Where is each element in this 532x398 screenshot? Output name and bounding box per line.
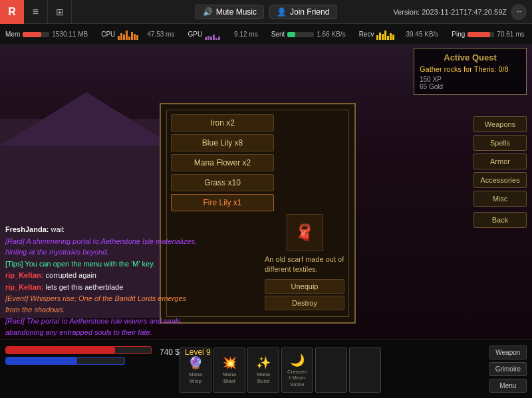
mute-music-button[interactable]: 🔊 Mute Music bbox=[196, 5, 264, 19]
quest-panel: Active Quest Gather rocks for Theris: 0/… bbox=[414, 48, 527, 95]
hotbar-slot-4[interactable]: 🌙 Crescent MoonSickle bbox=[281, 348, 313, 393]
weapon-hud-button[interactable]: Weapon bbox=[489, 346, 527, 359]
stat-recv: Recv 39.45 KB/s bbox=[359, 29, 439, 40]
item-detail: 🧣 An old scarf made out of different tex… bbox=[265, 214, 344, 312]
item-fire-lily[interactable]: Fire Lily x1 bbox=[171, 194, 274, 211]
hud-gold: 740 $ bbox=[160, 348, 180, 357]
weapons-button[interactable]: Weapons bbox=[473, 116, 527, 132]
quest-desc: Gather rocks for Theris: 0/8 bbox=[420, 65, 521, 73]
grid-icon[interactable]: ⊞ bbox=[48, 0, 72, 24]
hotbar-slot-5[interactable] bbox=[315, 348, 347, 393]
right-panel: Weapons Spells Armor Accessories Misc Ba… bbox=[473, 116, 527, 228]
taskbar-center: 🔊 Mute Music 👤 Join Friend bbox=[196, 5, 337, 19]
chat-line-1: FreshJanda: wait bbox=[5, 224, 198, 235]
chat-name-ripkeltan-1: rip_Keltan: bbox=[5, 271, 43, 279]
hud-level: Level 9 bbox=[185, 348, 211, 357]
more-button[interactable]: ··· bbox=[511, 4, 527, 20]
item-list: Iron x2 Blue Lily x8 Mana Flower x2 Gras… bbox=[171, 114, 274, 214]
hotbar-icon-3: ✨ bbox=[256, 355, 271, 370]
hud-bottom: 740 $ Level 9 🔮 ManaWisp 💥 ManaBlast ✨ M… bbox=[0, 340, 532, 398]
menu-hud-button[interactable]: Menu bbox=[489, 379, 527, 393]
grimoire-hud-button[interactable]: Grimoire bbox=[489, 362, 527, 376]
chat-line-tips: [Tips] You can open the menu with the 'M… bbox=[5, 258, 198, 270]
hotbar-slot-3[interactable]: ✨ ManaBurst bbox=[247, 348, 279, 393]
stat-mem: Mem 1530.11 MB bbox=[5, 31, 88, 38]
stat-ping: Ping 70.61 ms bbox=[452, 31, 524, 38]
accessories-button[interactable]: Accessories bbox=[473, 172, 527, 188]
item-iron[interactable]: Iron x2 bbox=[171, 114, 274, 132]
hotbar-icon-1: 🔮 bbox=[188, 355, 203, 370]
chat-line-event: [Event] Whispers rise; One of the Bandit… bbox=[5, 293, 198, 315]
item-icon: 🧣 bbox=[287, 214, 323, 250]
menu-icon[interactable]: ≡ bbox=[24, 0, 48, 24]
hotbar-icon-2: 💥 bbox=[222, 355, 237, 370]
chat-text-2: corrupted again bbox=[46, 271, 96, 279]
person-icon: 👤 bbox=[277, 7, 287, 17]
taskbar: R ≡ ⊞ 🔊 Mute Music 👤 Join Friend Version… bbox=[0, 0, 532, 24]
app-icon[interactable]: R bbox=[0, 0, 24, 24]
chat-line-raid-1: [Raid] A shimmering portal to Aetherston… bbox=[5, 236, 198, 258]
back-button[interactable]: Back bbox=[473, 212, 527, 228]
quest-xp: 150 XP bbox=[420, 76, 521, 83]
hotbar-slot-2[interactable]: 💥 ManaBlast bbox=[213, 348, 245, 393]
hotbar-icon-4: 🌙 bbox=[290, 353, 305, 367]
hotbar-label-2: ManaBlast bbox=[223, 371, 236, 384]
chat-name-freshJanda: FreshJanda: bbox=[5, 225, 49, 233]
armor-button[interactable]: Armor bbox=[473, 153, 527, 169]
bg-building-roof bbox=[0, 92, 173, 146]
chat-text-1: wait bbox=[51, 225, 64, 233]
spells-button[interactable]: Spells bbox=[473, 135, 527, 151]
chat-line-3: rip_Keltan: lets get this aetherblade bbox=[5, 282, 198, 293]
join-friend-button[interactable]: 👤 Join Friend bbox=[269, 5, 336, 19]
chat-raid-1: [Raid] A shimmering portal to Aetherston… bbox=[5, 237, 197, 256]
stats-bar: Mem 1530.11 MB CPU 47.53 ms GPU 9.12 ms bbox=[0, 24, 532, 45]
chat-event-1: [Event] Whispers rise; One of the Bandit… bbox=[5, 294, 186, 314]
hotbar-label-1: ManaWisp bbox=[189, 371, 202, 384]
stat-sent: Sent 1.66 KB/s bbox=[271, 31, 346, 38]
version-text: Version: 2023-11-21T17:47:20.59Z bbox=[393, 8, 507, 16]
unequip-button[interactable]: Unequip bbox=[265, 279, 344, 294]
item-blue-lily[interactable]: Blue Lily x8 bbox=[171, 134, 274, 151]
item-mana-flower[interactable]: Mana Flower x2 bbox=[171, 154, 274, 171]
item-description: An old scarf made out of different texti… bbox=[265, 254, 344, 275]
stat-gpu: GPU 9.12 ms bbox=[188, 29, 257, 40]
misc-button[interactable]: Misc bbox=[473, 191, 527, 207]
quest-gold: 65 Gold bbox=[420, 83, 521, 90]
scarf-icon: 🧣 bbox=[295, 223, 315, 242]
chat-line-2: rip_Keltan: corrupted again bbox=[5, 270, 198, 281]
chat-raid-2: [Raid] The portal to Aetherstone Isle wa… bbox=[5, 317, 183, 336]
quest-title: Active Quest bbox=[420, 52, 521, 62]
chat-area: FreshJanda: wait [Raid] A shimmering por… bbox=[5, 224, 198, 338]
hud-right-buttons: Weapon Grimoire Menu bbox=[489, 346, 527, 393]
hotbar-slot-6[interactable] bbox=[349, 348, 381, 393]
stat-cpu: CPU 47.53 ms bbox=[101, 29, 174, 40]
destroy-button[interactable]: Destroy bbox=[265, 296, 344, 310]
item-grass[interactable]: Grass x10 bbox=[171, 174, 274, 191]
chat-text-3: lets get this aetherblade bbox=[46, 283, 124, 291]
hotbar-label-4: Crescent MoonSickle bbox=[287, 369, 307, 388]
taskbar-right: Version: 2023-11-21T17:47:20.59Z ··· bbox=[393, 4, 527, 20]
speaker-icon: 🔊 bbox=[203, 7, 213, 17]
chat-line-raid-2: [Raid] The portal to Aetherstone Isle wa… bbox=[5, 316, 198, 338]
chat-name-ripkeltan-2: rip_Keltan: bbox=[5, 283, 43, 291]
hotbar-label-3: ManaBurst bbox=[257, 371, 270, 384]
chat-tips-1: [Tips] You can open the menu with the 'M… bbox=[5, 260, 155, 268]
